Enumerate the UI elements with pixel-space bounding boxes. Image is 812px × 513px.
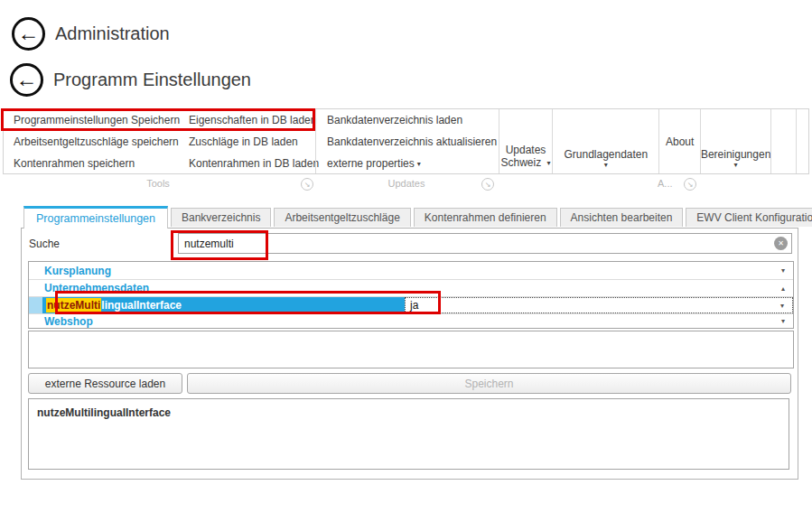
tab-strip: Programmeinstellungen Bankverzeichnis Ar…: [23, 206, 798, 228]
about-label: About: [666, 135, 694, 148]
property-label-rest: lingualInterface: [101, 299, 182, 312]
app-window: ← Administration ← Programm Einstellunge…: [0, 0, 812, 513]
updates-dialog-launcher-icon[interactable]: ↘: [481, 178, 494, 191]
tools-dialog-launcher-icon[interactable]: ↘: [301, 178, 313, 191]
about-button[interactable]: About: [659, 109, 700, 173]
ribbon-group-label-updates: Updates: [316, 178, 497, 189]
back-arrow-icon: ←: [18, 23, 40, 44]
ribbon-empty-cell: [797, 109, 808, 173]
bankdatenverzeichnis-laden-button[interactable]: Bankdatenverzeichnis laden: [327, 109, 499, 131]
bankdatenverzeichnis-aktualisieren-button[interactable]: Bankdatenverzeichnis aktualisieren: [327, 131, 499, 153]
breadcrumb-programm-einstellungen: ← Programm Einstellungen: [10, 63, 251, 97]
property-value: ja: [406, 299, 418, 312]
eigenschaften-in-db-laden-button[interactable]: Eigenschaften in DB laden: [184, 109, 315, 131]
back-button-administration[interactable]: ←: [12, 17, 45, 51]
externe-properties-dropdown[interactable]: externe properties▾: [327, 153, 499, 174]
breadcrumb-administration: ← Administration: [12, 17, 170, 51]
tab-bankverzeichnis[interactable]: Bankverzeichnis: [171, 208, 271, 227]
property-row-selected[interactable]: nutzeMultilingualInterface ja ▾: [29, 297, 793, 314]
search-match-highlight: nutzeMulti: [46, 298, 101, 312]
clear-search-icon[interactable]: ✕: [774, 237, 788, 250]
tab-programmeinstellungen[interactable]: Programmeinstellungen: [23, 206, 168, 229]
tree-group-unternehmensdaten[interactable]: Unternehmensdaten ▴: [29, 280, 793, 297]
ribbon-toolbar: Programmeinstellungen Speichern Eigensch…: [3, 108, 809, 174]
ribbon-group-label-a: A...: [658, 178, 673, 189]
tree-group-kursplanung[interactable]: Kursplanung ▾: [29, 262, 793, 280]
page-title-programm-einstellungen: Programm Einstellungen: [53, 70, 251, 90]
bereinigungen-dropdown[interactable]: Bereinigungen ▾: [701, 109, 770, 173]
chevron-down-icon[interactable]: ▾: [780, 302, 784, 310]
kontenrahmen-in-db-laden-button[interactable]: Kontenrahmen in DB laden: [184, 153, 315, 174]
tab-kontenrahmen-definieren[interactable]: Kontenrahmen definieren: [414, 208, 557, 227]
bereinigungen-label: Bereinigungen: [701, 148, 770, 161]
back-arrow-icon: ←: [16, 69, 38, 90]
property-description-panel: nutzeMultilingualInterface: [28, 398, 789, 470]
property-value-dropdown[interactable]: ja ▾: [405, 297, 793, 313]
arbeitsentgeltzuschlaege-speichern-button[interactable]: Arbeitsentgeltzuschläge speichern: [4, 131, 184, 153]
tab-content-panel: Suche ✕ Kursplanung ▾ Unternehmensdaten …: [21, 228, 798, 480]
ribbon-group-updates: Bankdatenverzeichnis laden Bankdatenverz…: [316, 109, 499, 173]
property-label: nutzeMultilingualInterface: [42, 297, 405, 313]
tab-arbeitsentgeltzuschlaege[interactable]: Arbeitsentgeltzuschläge: [274, 208, 410, 227]
search-label: Suche: [29, 238, 60, 250]
search-input[interactable]: [178, 233, 792, 254]
externe-properties-label: externe properties: [327, 157, 415, 170]
kontenrahmen-speichern-button[interactable]: Kontenrahmen speichern: [4, 153, 184, 174]
tree-group-webshop[interactable]: Webshop ▾: [29, 314, 793, 328]
load-external-resource-button[interactable]: externe Ressource laden: [28, 373, 182, 394]
back-button-programm-einstellungen[interactable]: ←: [10, 63, 43, 97]
tree-group-label: Unternehmensdaten: [29, 282, 149, 294]
chevron-down-icon[interactable]: ▾: [781, 266, 785, 275]
ribbon-group-label-tools: Tools: [0, 178, 316, 189]
zuschlaege-in-db-laden-button[interactable]: Zuschläge in DB laden: [184, 131, 315, 153]
chevron-up-icon[interactable]: ▴: [781, 284, 785, 293]
a-dialog-launcher-icon[interactable]: ↘: [684, 178, 696, 191]
property-tree: Kursplanung ▾ Unternehmensdaten ▴ nutzeM…: [28, 261, 794, 329]
ribbon-empty-cell: [771, 109, 796, 173]
ribbon-group-tools: Programmeinstellungen Speichern Eigensch…: [4, 109, 315, 173]
chevron-down-icon[interactable]: ▾: [781, 317, 785, 325]
chevron-down-icon: ▾: [604, 161, 608, 170]
chevron-down-icon: ▾: [547, 159, 551, 167]
tree-group-label: Webshop: [29, 315, 93, 328]
page-title-administration: Administration: [55, 23, 170, 44]
updates-schweiz-label: Updates Schweiz: [500, 144, 546, 169]
tab-ewv-client-konfiguration[interactable]: EWV Client Konfiguration: [686, 208, 812, 227]
tree-group-label: Kursplanung: [29, 265, 111, 277]
programmeinstellungen-speichern-button[interactable]: Programmeinstellungen Speichern: [4, 109, 184, 131]
grundlagendaten-label: Grundlagendaten: [564, 148, 648, 161]
chevron-down-icon: ▾: [417, 160, 421, 168]
chevron-down-icon: ▾: [734, 161, 738, 170]
tab-ansichten-bearbeiten[interactable]: Ansichten bearbeiten: [560, 208, 684, 227]
grundlagendaten-dropdown[interactable]: Grundlagendaten ▾: [553, 109, 658, 173]
empty-list-panel: [28, 331, 794, 368]
save-button[interactable]: Speichern: [187, 373, 791, 394]
updates-schweiz-dropdown[interactable]: Updates Schweiz ▾: [499, 109, 553, 173]
row-selector-cell[interactable]: [29, 297, 42, 313]
